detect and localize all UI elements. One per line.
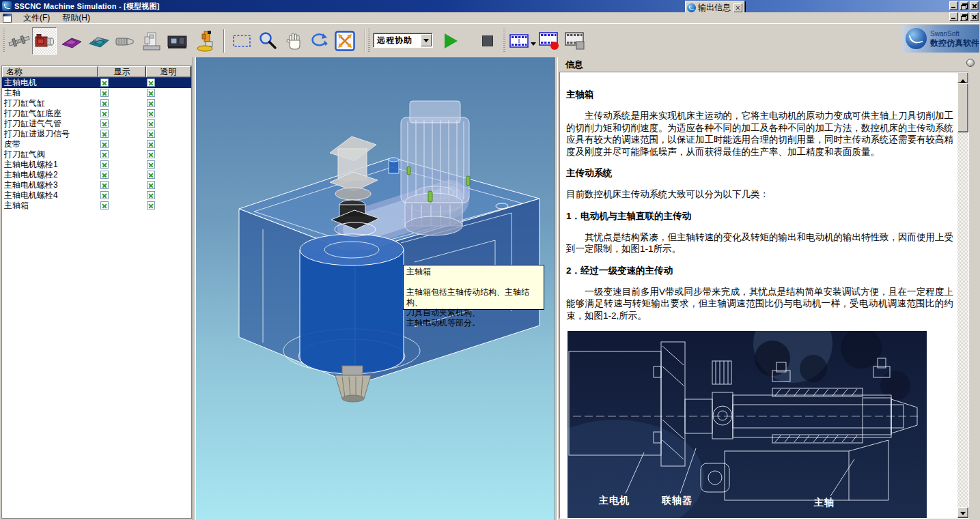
show-checkbox[interactable] — [100, 181, 109, 189]
swansoft-logo: SwanSoft 数控仿真软件 — [901, 25, 979, 53]
part-row[interactable]: 主轴电机螺栓1 — [2, 160, 191, 170]
pan-button[interactable] — [283, 27, 307, 55]
part-row[interactable]: 主轴电机螺栓2 — [2, 170, 191, 180]
part-row[interactable]: 主轴箱 — [2, 201, 191, 211]
swan-icon — [906, 28, 927, 49]
close-button[interactable] — [970, 1, 979, 10]
select-rect-button[interactable] — [229, 27, 254, 55]
record-button[interactable] — [537, 27, 561, 55]
info-scrollbar[interactable] — [957, 72, 968, 518]
chevron-down-icon[interactable] — [421, 34, 432, 46]
child-minimize-button[interactable] — [949, 12, 958, 21]
part-row[interactable]: 主轴电机螺栓3 — [2, 180, 191, 190]
transparent-checkbox[interactable] — [147, 160, 155, 169]
transparent-checkbox[interactable] — [147, 191, 155, 199]
output-info-close-icon[interactable] — [733, 3, 742, 12]
part-row[interactable]: 主轴电机螺栓4 — [2, 190, 191, 201]
model-viewport[interactable]: 主轴箱 主轴箱包括主轴传动结构、主轴结构、刀具自动夹紧机构、主轴电动机等部分。 — [196, 57, 555, 520]
child-window-icon[interactable] — [3, 14, 12, 23]
part-row[interactable]: 打刀缸气缸底座 — [2, 109, 191, 119]
child-close-button[interactable] — [970, 12, 979, 21]
cnc-machine-button[interactable] — [165, 27, 190, 55]
film-dropdown-icon[interactable] — [530, 40, 537, 47]
show-checkbox[interactable] — [100, 109, 109, 117]
tooltip-line: 主轴电动机等部分。 — [406, 318, 541, 328]
toolbar-grip[interactable] — [3, 29, 5, 53]
scroll-thumb[interactable] — [957, 83, 968, 132]
show-checkbox[interactable] — [100, 201, 109, 210]
info-scroll-area: 主轴箱 主传动系统是用来实现机床主运动的，它将主电动机的原动力变成可供主轴上刀具… — [560, 72, 957, 518]
show-checkbox[interactable] — [100, 150, 109, 158]
machine-bed-button[interactable] — [59, 27, 84, 55]
column-header-show[interactable]: 显示 — [98, 66, 146, 78]
zoom-button[interactable] — [255, 27, 280, 55]
transparent-checkbox[interactable] — [147, 89, 155, 97]
scroll-up-icon[interactable] — [957, 72, 968, 83]
menu-item-help[interactable]: 帮助(H) — [56, 12, 96, 24]
transparent-checkbox[interactable] — [147, 119, 155, 128]
play-icon — [445, 33, 458, 48]
record-icon — [538, 31, 560, 50]
part-row[interactable]: 主轴电机 — [2, 78, 191, 88]
column-header-transparent[interactable]: 透明 — [146, 66, 191, 78]
transparent-checkbox[interactable] — [147, 130, 155, 138]
info-paragraph: 目前数控机床主传动系统大致可以分为以下几类： — [566, 188, 953, 201]
play-button[interactable] — [438, 27, 463, 55]
part-row[interactable]: 打刀缸进退刀信号 — [2, 129, 191, 139]
window-controls — [948, 1, 979, 10]
show-checkbox[interactable] — [100, 171, 109, 179]
child-restore-button[interactable] — [960, 12, 968, 21]
film-button[interactable] — [507, 27, 531, 55]
spindle-cross-section-figure — [568, 331, 927, 519]
show-checkbox[interactable] — [100, 140, 109, 148]
part-row[interactable]: 打刀缸气阀 — [2, 149, 191, 160]
spindle-head-icon — [33, 31, 55, 51]
scroll-down-icon[interactable] — [957, 507, 968, 518]
machine-column-button[interactable] — [139, 27, 164, 55]
part-name: 主轴电机 — [2, 78, 37, 87]
transparent-checkbox[interactable] — [147, 171, 155, 179]
tool-magazine-icon — [195, 30, 217, 52]
remote-assist-combo[interactable]: 远程协助 — [373, 33, 433, 48]
part-row[interactable]: 打刀缸气缸 — [2, 98, 191, 109]
stop-button[interactable] — [475, 27, 500, 55]
machine-saddle-button[interactable] — [87, 27, 111, 55]
pin-icon[interactable] — [966, 59, 975, 67]
show-checkbox[interactable] — [100, 78, 109, 87]
transparent-checkbox[interactable] — [147, 150, 155, 158]
record-stop-icon — [564, 31, 586, 50]
info-heading: 主轴箱 — [566, 89, 953, 100]
menu-item-file[interactable]: 文件(F) — [17, 12, 56, 24]
show-checkbox[interactable] — [100, 89, 109, 97]
transparent-checkbox[interactable] — [147, 181, 155, 189]
output-info-label: 输出信息 — [698, 2, 731, 14]
parts-table: 名称 显示 透明 主轴电机主轴打刀缸气缸打刀缸气缸底座打刀缸进气气管打刀缸进退刀… — [1, 66, 192, 519]
show-checkbox[interactable] — [100, 99, 109, 107]
transparent-checkbox[interactable] — [147, 78, 155, 87]
show-checkbox[interactable] — [100, 119, 109, 128]
machine-bed-icon — [61, 31, 83, 51]
show-checkbox[interactable] — [100, 130, 109, 138]
minimize-button[interactable] — [949, 1, 958, 10]
transparent-checkbox[interactable] — [147, 109, 155, 117]
transparent-checkbox[interactable] — [147, 201, 155, 210]
toolbar-grip[interactable] — [368, 29, 370, 53]
transparent-checkbox[interactable] — [147, 140, 155, 148]
spindle-head-button[interactable] — [32, 27, 57, 55]
tool-magazine-button[interactable] — [194, 27, 219, 55]
record-stop-button[interactable] — [563, 27, 587, 55]
info-heading: 1．电动机与主轴直联的主传动 — [566, 210, 953, 222]
show-checkbox[interactable] — [100, 160, 109, 169]
lead-screw-button[interactable] — [7, 27, 31, 55]
transparent-checkbox[interactable] — [147, 99, 155, 107]
part-row[interactable]: 皮带 — [2, 139, 191, 149]
show-checkbox[interactable] — [100, 191, 109, 199]
part-row[interactable]: 主轴 — [2, 88, 191, 98]
spindle-unit-button[interactable] — [113, 27, 137, 55]
fit-view-button[interactable] — [333, 27, 357, 55]
toolbar-grip[interactable] — [503, 29, 505, 53]
part-row[interactable]: 打刀缸进气气管 — [2, 119, 191, 129]
rotate-button[interactable] — [307, 27, 332, 55]
restore-button[interactable] — [960, 1, 968, 10]
column-header-name[interactable]: 名称 — [2, 66, 98, 78]
